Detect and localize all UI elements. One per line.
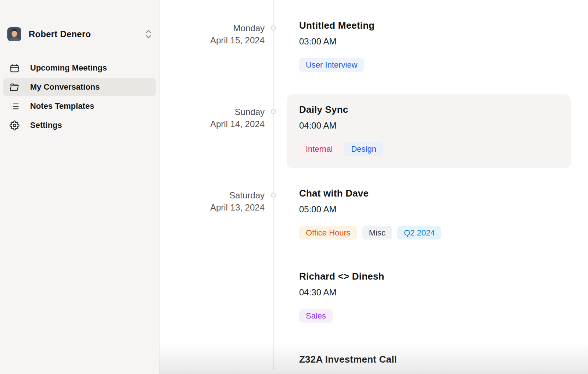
meeting-title: Richard <> Dinesh [299,270,588,282]
meeting-time: 04:00 AM [299,120,557,131]
meeting-item-daily-sync[interactable]: Daily Sync 04:00 AM Internal Design [287,94,571,168]
date-label: Saturday April 13, 2024 [159,187,273,374]
app-window: Robert Denero Upcoming Meet [0,0,588,374]
sidebar-item-label: Notes Templates [30,101,94,111]
meeting-tags: User Interview [299,58,588,72]
tag-internal[interactable]: Internal [299,142,339,156]
meeting-item-untitled-meeting[interactable]: Untitled Meeting 03:00 AM User Interview [299,19,588,72]
meeting-tags: Office Hours Misc Q2 2024 [299,226,588,240]
weekday-label: Sunday [159,106,265,118]
sidebar-item-label: Upcoming Meetings [30,63,107,73]
meeting-title: Daily Sync [299,104,557,115]
tag-misc[interactable]: Misc [362,226,392,240]
timeline-dot [271,25,276,30]
tag-q2-2024[interactable]: Q2 2024 [397,226,441,240]
avatar [7,27,21,41]
meeting-time: 05:00 AM [299,204,588,215]
meeting-tags: Internal Design [299,142,557,156]
meeting-item-chat-with-dave[interactable]: Chat with Dave 05:00 AM Office Hours Mis… [299,187,588,240]
folder-icon [10,82,19,92]
sidebar-item-label: My Conversations [30,82,100,92]
timeline-dot [271,109,276,114]
weekday-label: Saturday [159,189,265,201]
calendar-icon [10,63,19,73]
meeting-title: Chat with Dave [299,187,588,199]
sidebar-item-my-conversations[interactable]: My Conversations [3,78,156,96]
timeline-group-april-15: Monday April 15, 2024 Untitled Meeting 0… [159,19,588,72]
tag-office-hours[interactable]: Office Hours [299,226,357,240]
meeting-item-richard-dinesh[interactable]: Richard <> Dinesh 04:30 AM Sales [299,270,588,323]
user-name: Robert Denero [29,29,136,39]
sidebar-item-upcoming-meetings[interactable]: Upcoming Meetings [3,59,156,77]
meeting-title: Z32A Investment Call [299,353,588,365]
conversations-timeline: Monday April 15, 2024 Untitled Meeting 0… [159,0,588,374]
workspace-switcher[interactable]: Robert Denero [7,27,153,41]
tag-sales[interactable]: Sales [299,309,333,323]
weekday-label: Monday [159,22,265,34]
date-text: April 13, 2024 [159,201,265,213]
tag-user-interview[interactable]: User Interview [299,58,364,72]
meeting-tags: Sales [299,309,588,323]
date-label: Monday April 15, 2024 [159,19,273,72]
timeline-group-april-14: Sunday April 14, 2024 Daily Sync 04:00 A… [159,94,588,168]
gear-icon [10,121,19,130]
sidebar-nav: Upcoming Meetings My Conversations [0,59,159,134]
date-text: April 15, 2024 [159,34,265,46]
sidebar-item-notes-templates[interactable]: Notes Templates [3,97,156,115]
sidebar-item-label: Settings [30,121,62,130]
list-icon [10,101,19,111]
sidebar: Robert Denero Upcoming Meet [0,0,159,374]
timeline-group-april-13: Saturday April 13, 2024 Chat with Dave 0… [159,187,588,374]
date-text: April 14, 2024 [159,118,265,130]
meeting-time: 03:00 AM [299,36,588,47]
meeting-item-z32a-investment-call[interactable]: Z32A Investment Call [299,353,588,365]
sidebar-item-settings[interactable]: Settings [3,116,156,134]
date-label: Sunday April 14, 2024 [159,94,273,168]
timeline-dot [271,193,276,198]
chevron-up-down-icon[interactable] [144,29,153,40]
tag-design[interactable]: Design [344,142,383,156]
meeting-time: 04:30 AM [299,287,588,298]
meeting-title: Untitled Meeting [299,19,588,31]
